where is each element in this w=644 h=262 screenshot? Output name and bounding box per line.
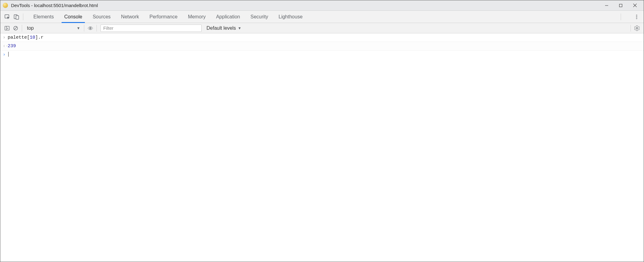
separator: [84, 25, 84, 32]
tab-console[interactable]: Console: [59, 11, 88, 23]
prompt-chevron-icon: ›: [3, 52, 8, 58]
tab-memory[interactable]: Memory: [183, 11, 211, 23]
svg-point-6: [636, 16, 637, 17]
tab-performance[interactable]: Performance: [144, 11, 183, 23]
tab-lighthouse[interactable]: Lighthouse: [273, 11, 308, 23]
tab-label: Sources: [93, 14, 111, 20]
console-prompt-row[interactable]: ›: [0, 51, 644, 59]
tab-network[interactable]: Network: [116, 11, 144, 23]
console-settings-gear-icon[interactable]: [633, 24, 641, 32]
svg-point-4: [627, 16, 628, 17]
text-caret: [8, 52, 9, 57]
device-toolbar-icon[interactable]: [12, 12, 21, 21]
result-chevron-icon: ‹·: [3, 43, 8, 49]
console-output[interactable]: › palette[10].r ‹· 239 ›: [0, 33, 644, 262]
separator: [23, 13, 23, 20]
kebab-menu-icon[interactable]: [632, 12, 641, 21]
window-minimize-button[interactable]: [600, 1, 614, 10]
window-close-button[interactable]: [628, 1, 642, 10]
svg-point-7: [636, 18, 637, 19]
svg-point-11: [636, 27, 638, 28]
toggle-console-sidebar-icon[interactable]: [3, 24, 11, 32]
tab-label: Console: [64, 14, 82, 20]
live-expression-eye-icon[interactable]: [86, 24, 95, 32]
tab-application[interactable]: Application: [211, 11, 245, 23]
filter-input[interactable]: [100, 25, 202, 32]
tab-label: Elements: [33, 14, 54, 20]
console-input-row: › palette[10].r: [0, 33, 644, 42]
window-title: DevTools - localhost:5501/mandelbrot.htm…: [11, 3, 600, 8]
tab-security[interactable]: Security: [245, 11, 273, 23]
execution-context-selector[interactable]: top ▼: [24, 25, 82, 32]
svg-rect-8: [5, 26, 9, 30]
svg-rect-3: [16, 16, 19, 19]
tab-label: Memory: [188, 14, 206, 20]
console-toolbar: top ▼ Default levels ▼: [0, 23, 644, 33]
tab-label: Lighthouse: [278, 14, 302, 20]
console-result-row: ‹· 239: [0, 42, 644, 51]
tabs-container: Elements Console Sources Network Perform…: [26, 11, 308, 23]
tab-elements[interactable]: Elements: [28, 11, 59, 23]
tab-label: Performance: [150, 14, 178, 20]
devtools-tabbar: Elements Console Sources Network Perform…: [0, 11, 644, 23]
chevron-down-icon: ▼: [238, 26, 241, 30]
console-result-value: 239: [8, 43, 641, 49]
tab-label: Network: [121, 14, 139, 20]
svg-rect-0: [619, 4, 622, 7]
tab-label: Security: [250, 14, 268, 20]
levels-label: Default levels: [206, 25, 236, 31]
console-prompt-input[interactable]: [8, 52, 641, 58]
tab-label: Application: [216, 14, 240, 20]
inspect-element-icon[interactable]: [3, 12, 12, 21]
svg-point-5: [636, 15, 637, 16]
window-titlebar: DevTools - localhost:5501/mandelbrot.htm…: [0, 0, 644, 11]
context-label: top: [27, 25, 34, 31]
separator: [621, 13, 621, 20]
devtools-app-icon: [3, 3, 8, 8]
separator: [631, 25, 631, 32]
gear-icon[interactable]: [623, 12, 632, 21]
chevron-down-icon: ▼: [77, 26, 80, 30]
input-chevron-icon: ›: [3, 35, 8, 41]
console-input-code: palette[10].r: [8, 35, 641, 41]
clear-console-icon[interactable]: [11, 24, 20, 32]
window-maximize-button[interactable]: [614, 1, 628, 10]
separator: [97, 25, 97, 32]
log-levels-selector[interactable]: Default levels ▼: [205, 25, 243, 31]
tab-sources[interactable]: Sources: [87, 11, 116, 23]
svg-point-10: [90, 28, 91, 28]
separator: [22, 25, 22, 32]
